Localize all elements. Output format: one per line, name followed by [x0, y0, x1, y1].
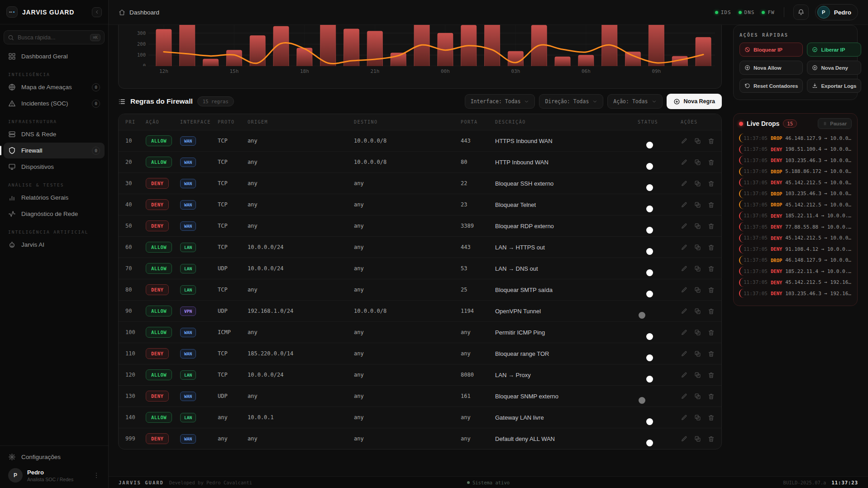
exportar-logs-button[interactable]: Exportar Logs	[807, 79, 861, 93]
duplicate-rule-button[interactable]	[694, 201, 701, 208]
rule-priority: 999	[125, 435, 146, 442]
liberar-ip-button[interactable]: Liberar IP	[807, 43, 861, 57]
sidebar-item-firewall[interactable]: Firewall0	[4, 143, 105, 158]
live-indicator-dot	[739, 122, 743, 126]
live-drops-header: Live Drops 15 Pausar	[739, 118, 852, 129]
sidebar-item-dns-rede[interactable]: DNS & Rede	[4, 126, 105, 142]
delete-rule-button[interactable]	[708, 435, 715, 442]
quick-action-label: Bloquear IP	[754, 47, 782, 53]
delete-rule-button[interactable]	[708, 372, 715, 378]
sidebar-collapse-button[interactable]	[92, 7, 102, 17]
duplicate-rule-button[interactable]	[694, 244, 701, 251]
nova-allow-button[interactable]: Nova Allow	[739, 61, 803, 75]
rule-interface-badge: WAN	[180, 392, 196, 401]
edit-rule-button[interactable]	[681, 435, 687, 442]
duplicate-rule-button[interactable]	[694, 159, 701, 166]
rule-port: 1194	[461, 308, 495, 314]
sidebar-item-jarvis-ai[interactable]: Jarvis AI	[4, 237, 105, 253]
drop-time: 11:37:05	[744, 257, 768, 263]
delete-rule-button[interactable]	[708, 393, 715, 400]
rule-protocol: TCP	[218, 350, 248, 357]
delete-rule-button[interactable]	[708, 329, 715, 336]
delete-rule-button[interactable]	[708, 244, 715, 251]
rule-destination: any	[354, 329, 461, 335]
notifications-button[interactable]	[793, 5, 809, 20]
bloquear-ip-button[interactable]: Bloquear IP	[739, 43, 803, 57]
edit-rule-button[interactable]	[681, 350, 687, 357]
drop-action: DENY	[771, 235, 782, 241]
rule-destination: any	[354, 435, 461, 442]
delete-rule-button[interactable]	[708, 223, 715, 230]
quick-action-label: Reset Contadores	[754, 83, 798, 89]
duplicate-rule-button[interactable]	[694, 393, 701, 400]
rule-destination: 10.0.0.0/8	[354, 159, 461, 165]
sidebar-user[interactable]: P Pedro Analista SOC / Redes	[4, 465, 105, 484]
rule-destination: any	[354, 201, 461, 208]
edit-rule-button[interactable]	[681, 201, 687, 208]
edit-rule-button[interactable]	[681, 414, 687, 421]
x-circle-icon	[812, 65, 818, 71]
edit-rule-button[interactable]	[681, 308, 687, 315]
duplicate-rule-button[interactable]	[694, 350, 701, 357]
status-label: IDS	[721, 10, 731, 15]
rule-interface-cell: WAN	[180, 179, 218, 188]
duplicate-rule-button[interactable]	[694, 138, 701, 144]
rule-priority: 20	[125, 159, 146, 165]
reset-contadores-button[interactable]: Reset Contadores	[739, 79, 803, 93]
edit-rule-button[interactable]	[681, 138, 687, 144]
edit-rule-button[interactable]	[681, 244, 687, 251]
edit-rule-button[interactable]	[681, 223, 687, 230]
edit-rule-button[interactable]	[681, 287, 687, 293]
delete-rule-button[interactable]	[708, 287, 715, 293]
search-input[interactable]	[18, 34, 86, 41]
edit-rule-button[interactable]	[681, 329, 687, 336]
rule-interface-badge: LAN	[180, 370, 196, 380]
user-menu-button[interactable]	[93, 472, 100, 479]
delete-rule-button[interactable]	[708, 350, 715, 357]
nova-deny-button[interactable]: Nova Deny	[807, 61, 861, 75]
duplicate-rule-button[interactable]	[694, 329, 701, 336]
filter-direcao[interactable]: Direção: Todas	[539, 94, 603, 109]
sidebar-item-dashboard-geral[interactable]: Dashboard Geral	[4, 48, 105, 64]
sidebar-item-incidentes-soc[interactable]: Incidentes (SOC)0	[4, 96, 105, 111]
delete-rule-button[interactable]	[708, 138, 715, 144]
delete-rule-button[interactable]	[708, 308, 715, 315]
filter-label: Ação: Todas	[613, 98, 648, 105]
duplicate-rule-button[interactable]	[694, 414, 701, 421]
topbar-user-button[interactable]: P Pedro	[815, 4, 858, 20]
table-row: 80DENYLANTCPanyany25Bloquear SMTP saída	[119, 279, 721, 300]
delete-rule-button[interactable]	[708, 180, 715, 187]
pause-feed-button[interactable]: Pausar	[818, 118, 852, 129]
sidebar-item-relatorios-gerais[interactable]: Relatórios Gerais	[4, 190, 105, 206]
duplicate-rule-button[interactable]	[694, 180, 701, 187]
duplicate-rule-button[interactable]	[694, 435, 701, 442]
edit-rule-button[interactable]	[681, 393, 687, 400]
column-header: STATUS	[638, 120, 681, 124]
duplicate-rule-button[interactable]	[694, 223, 701, 230]
toggle-knob	[646, 248, 653, 255]
new-rule-button[interactable]: Nova Regra	[667, 94, 722, 109]
duplicate-rule-button[interactable]	[694, 287, 701, 293]
rule-source: 10.0.0.0/24	[248, 265, 354, 272]
delete-rule-button[interactable]	[708, 265, 715, 272]
drop-time: 11:37:05	[744, 158, 768, 163]
rule-priority: 60	[125, 244, 146, 250]
edit-rule-button[interactable]	[681, 159, 687, 166]
filter-label: Direção: Todas	[545, 98, 589, 105]
sidebar-item-dispositivos[interactable]: Dispositivos	[4, 159, 105, 175]
edit-rule-button[interactable]	[681, 180, 687, 187]
delete-rule-button[interactable]	[708, 414, 715, 421]
sidebar-item-mapa-de-ameacas[interactable]: Mapa de Ameaças0	[4, 79, 105, 95]
sidebar-item-diagnostico-de-rede[interactable]: Diagnóstico de Rede	[4, 206, 105, 222]
delete-rule-button[interactable]	[708, 159, 715, 166]
duplicate-rule-button[interactable]	[694, 265, 701, 272]
sidebar-item-configuracoes[interactable]: Configurações	[4, 449, 105, 465]
edit-rule-button[interactable]	[681, 265, 687, 272]
rule-interface-badge: VPN	[180, 306, 196, 316]
filter-acao[interactable]: Ação: Todas	[607, 94, 662, 109]
edit-rule-button[interactable]	[681, 372, 687, 378]
delete-rule-button[interactable]	[708, 201, 715, 208]
filter-interface[interactable]: Interface: Todas	[465, 94, 535, 109]
duplicate-rule-button[interactable]	[694, 308, 701, 315]
duplicate-rule-button[interactable]	[694, 372, 701, 378]
